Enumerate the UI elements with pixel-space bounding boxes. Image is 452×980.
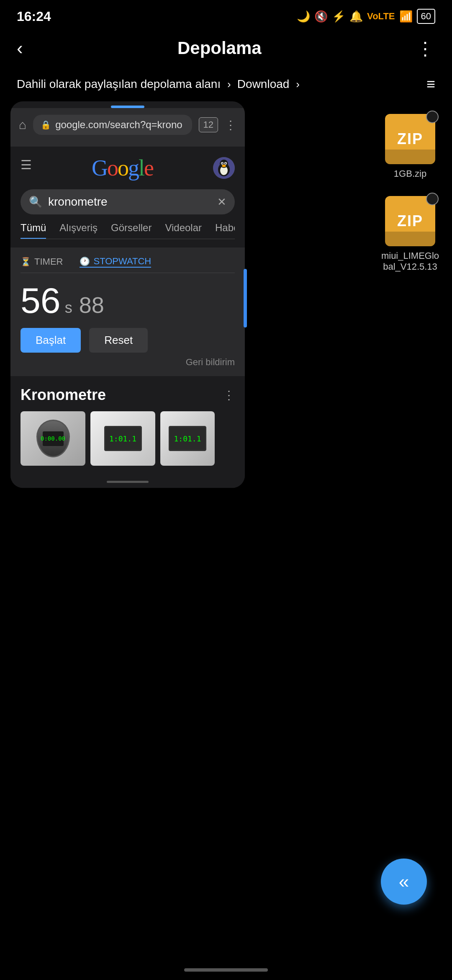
google-logo: Google — [92, 155, 153, 181]
user-avatar[interactable] — [213, 157, 235, 179]
file-select-1[interactable] — [426, 111, 439, 123]
kronometre-header: Kronometre ⋮ — [21, 386, 235, 404]
moon-icon: 🌙 — [297, 10, 310, 23]
status-icons: 🌙 🔇 ⚡ 🔔 VoLTE 📶 60 — [297, 9, 435, 24]
stopwatch-display: 56 s 88 — [21, 280, 235, 321]
file-select-2[interactable] — [426, 193, 439, 205]
tab-all[interactable]: Tümü — [21, 222, 46, 239]
svg-point-8 — [222, 165, 226, 167]
browser-more-button[interactable]: ⋮ — [225, 118, 236, 132]
stopwatch-img: 0:00.00 — [36, 420, 70, 457]
browser-scroll-bar — [107, 481, 149, 483]
fab-button[interactable]: « — [381, 859, 427, 905]
usb-icon: ⚡ — [332, 10, 345, 23]
lock-icon: 🔒 — [41, 120, 51, 130]
reset-button[interactable]: Reset — [89, 328, 148, 353]
timer-tab-timer[interactable]: ⏳ TIMER — [21, 256, 63, 267]
back-button[interactable]: ‹ — [17, 38, 23, 59]
search-clear-button[interactable]: ✕ — [217, 196, 226, 209]
timer-tab-stopwatch[interactable]: 🕐 STOPWATCH — [80, 256, 151, 268]
krono-image-2: 1:01.1 — [90, 411, 155, 466]
list-view-button[interactable]: ≡ — [426, 75, 435, 93]
page-title: Depolama — [177, 38, 262, 58]
krono-image-3: 1:01.1 — [160, 411, 215, 466]
status-bar: 16:24 🌙 🔇 ⚡ 🔔 VoLTE 📶 60 — [0, 0, 452, 29]
chevron-icon-2: › — [296, 78, 300, 90]
svg-point-7 — [225, 163, 226, 164]
search-tabs: Tümü Alışveriş Görseller Videolar Haberl… — [21, 222, 235, 239]
kronometre-title: Kronometre — [21, 386, 106, 404]
battery-indicator: 60 — [417, 9, 435, 24]
stopwatch-seconds: 56 — [21, 280, 61, 321]
google-menu-button[interactable]: ☰ — [21, 157, 32, 172]
kronometre-images: 0:00.00 1:01.1 1:01.1 — [21, 411, 235, 466]
tab-videos[interactable]: Videolar — [165, 222, 202, 239]
home-indicator — [184, 968, 268, 972]
start-button[interactable]: Başlat — [21, 328, 81, 353]
stopwatch-icon: 🕐 — [80, 256, 90, 266]
url-text: google.com/search?q=krono — [55, 119, 184, 131]
stopwatch-buttons: Başlat Reset — [21, 328, 235, 353]
stopwatch-milliseconds: 88 — [79, 292, 104, 318]
zip-icon-2: ZIP — [385, 196, 435, 246]
mute-icon: 🔇 — [314, 10, 328, 23]
browser-overlay: ⌂ 🔒 google.com/search?q=krono 12 ⋮ ☰ Goo… — [10, 101, 245, 488]
signal-icon: 📶 — [399, 10, 413, 23]
kronometre-section: Kronometre ⋮ 0:00.00 1:01.1 — [10, 376, 245, 476]
browser-url-bar[interactable]: 🔒 google.com/search?q=krono — [33, 115, 192, 135]
tab-count-badge[interactable]: 12 — [199, 117, 218, 132]
bell-icon: 🔔 — [349, 10, 363, 23]
file-manager-area: ⌂ 🔒 google.com/search?q=krono 12 ⋮ ☰ Goo… — [0, 101, 452, 478]
browser-chrome: ⌂ 🔒 google.com/search?q=krono 12 ⋮ — [10, 108, 245, 147]
zip-icon-1: ZIP — [385, 114, 435, 164]
tab-news[interactable]: Haberler — [215, 222, 235, 239]
file-item-2[interactable]: ZIP miui_LIMEGlobal_V12.5.13 — [381, 196, 439, 272]
file-name-1: 1GB.zip — [394, 168, 426, 179]
timer-widget: ⏳ TIMER 🕐 STOPWATCH 56 s 88 Başlat Reset… — [10, 248, 245, 376]
file-name-2: miui_LIMEGlobal_V12.5.13 — [381, 250, 439, 272]
stopwatch-display-img: 0:00.00 — [43, 431, 64, 446]
google-search-area: ☰ Google — [10, 147, 245, 248]
search-query-text: kronometre — [48, 195, 211, 209]
files-column: ZIP 1GB.zip ZIP miui_LIMEGlobal_V12.5.13 — [381, 114, 439, 272]
breadcrumb-text: Dahili olarak paylaşılan depolama alanı … — [17, 77, 426, 91]
watch-face-img-2: 1:01.1 — [169, 426, 206, 451]
timer-tabs: ⏳ TIMER 🕐 STOPWATCH — [21, 256, 235, 273]
app-header: ‹ Depolama ⋮ — [0, 29, 452, 67]
google-header: ☰ Google — [21, 155, 235, 181]
chevron-icon: › — [227, 78, 234, 90]
watch-face-img: 1:01.1 — [104, 426, 142, 451]
kronometre-more-button[interactable]: ⋮ — [223, 388, 235, 402]
stopwatch-unit: s — [65, 299, 72, 317]
search-box[interactable]: 🔍 kronometre ✕ — [21, 189, 235, 214]
timer-icon: ⏳ — [21, 257, 31, 267]
browser-tab-bar: ⌂ 🔒 google.com/search?q=krono 12 ⋮ — [19, 115, 236, 135]
tab-images[interactable]: Görseller — [111, 222, 152, 239]
more-options-button[interactable]: ⋮ — [416, 38, 435, 59]
feedback-text: Geri bildirim — [21, 357, 235, 368]
fab-icon: « — [399, 871, 409, 892]
status-time: 16:24 — [17, 9, 51, 24]
tab-shopping[interactable]: Alışveriş — [59, 222, 98, 239]
file-item-1[interactable]: ZIP 1GB.zip — [381, 114, 439, 179]
network-label: VoLTE — [367, 11, 395, 22]
svg-point-6 — [222, 163, 223, 164]
krono-image-1: 0:00.00 — [21, 411, 85, 466]
browser-home-button[interactable]: ⌂ — [19, 118, 26, 132]
breadcrumb: Dahili olarak paylaşılan depolama alanı … — [0, 67, 452, 101]
scroll-indicator[interactable] — [244, 269, 247, 328]
search-icon: 🔍 — [29, 196, 42, 209]
